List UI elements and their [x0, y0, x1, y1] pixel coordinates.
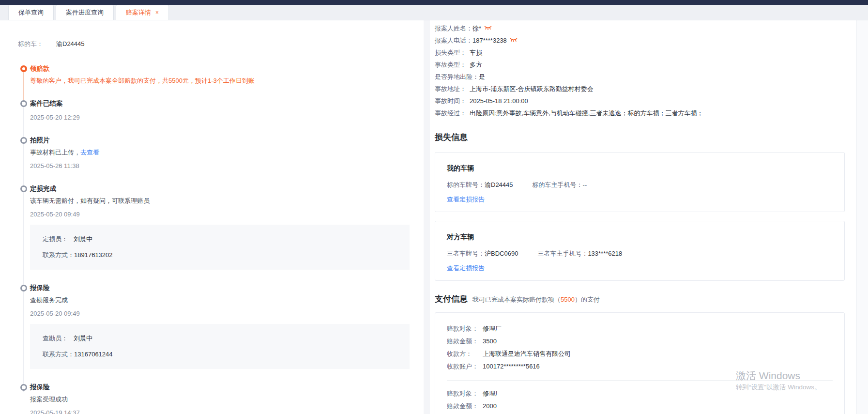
field-label: 赔款对象： [447, 387, 483, 400]
windows-activation-watermark: 激活 Windows 转到“设置”以激活 Windows。 [736, 369, 821, 392]
timeline-time: 2025-05-26 11:38 [30, 162, 424, 170]
section-heading: 损失信息 [435, 132, 468, 143]
payee-row: 收款方： 上海联通星迪汽车销售有限公司 [447, 348, 833, 360]
window-top-bar [0, 0, 868, 5]
card-title: 我的车辆 [447, 163, 833, 173]
timeline-item-report-survey: 报保险 查勘服务完成 2025-05-20 09:49 查勘员： 刘晨中 联系方… [20, 283, 424, 369]
view-materials-link[interactable]: 去查看 [80, 149, 99, 156]
accident-time-row: 事故时间： 2025-05-18 21:00:00 [435, 95, 856, 107]
assessor-name: 刘晨中 [74, 235, 92, 244]
reporter-name-value: 徐* [472, 24, 481, 33]
pay-target-value: 修理厂 [483, 322, 502, 335]
eye-closed-icon[interactable] [510, 37, 518, 44]
accident-type-row: 事故类型： 多方 [435, 59, 856, 71]
tab-policy-query[interactable]: 保单查询 [8, 5, 54, 20]
view-loss-report-link[interactable]: 查看定损报告 [447, 195, 833, 204]
timeline-title: 报保险 [30, 383, 424, 392]
accident-detail-row: 事故经过： 出险原因:意外事故,车辆意外,与机动车碰撞,三者未逃逸；标的方车损；… [435, 107, 856, 119]
reporter-name-row: 报案人姓名： 徐* [435, 22, 856, 34]
my-vehicle-fields: 标的车牌号：渝D24445 标的车主手机号：-- [447, 181, 833, 189]
contact-phone: 13167061244 [74, 350, 113, 359]
other-vehicle-card: 对方车辆 三者车牌号：沪BDC0690 三者车主手机号：133****6218 … [435, 221, 845, 281]
close-icon[interactable]: × [155, 10, 159, 15]
timeline-time: 2025-05-20 09:49 [30, 309, 424, 318]
payment-subtitle-prefix: 我司已完成本案实际赔付款项（ [472, 296, 561, 303]
timeline-desc: 报案受理成功 [30, 395, 424, 404]
field-label: 赔款金额： [447, 400, 483, 413]
my-vehicle-card: 我的车辆 标的车牌号：渝D24445 标的车主手机号：-- 查看定损报告 [435, 152, 845, 212]
accident-address-value: 上海市-浦东新区-合庆镇跃东路勤益村村委会 [470, 85, 594, 93]
accident-time-value: 2025-05-18 21:00:00 [470, 97, 528, 105]
owner-phone-field: 三者车主手机号：133****6218 [537, 249, 622, 258]
other-vehicle-fields: 三者车牌号：沪BDC0690 三者车主手机号：133****6218 [447, 249, 833, 258]
surveyor-label: 查勘员： [43, 334, 74, 343]
timeline-dot [20, 285, 27, 291]
remote-claim-value: 是 [479, 73, 485, 81]
timeline-item-photos: 拍照片 事故材料已上传，去查看 2025-05-26 11:38 [20, 136, 424, 170]
plate-value: 沪BDC0690 [485, 250, 518, 257]
tab-claim-detail[interactable]: 赔案详情 × [116, 5, 169, 20]
tab-label: 保单查询 [18, 8, 44, 17]
loss-type-value: 车损 [470, 48, 482, 57]
tab-label: 赔案详情 [126, 8, 151, 17]
payment-total-amount: 5500 [561, 296, 575, 303]
scrollbar-track[interactable] [856, 20, 868, 414]
field-label: 事故时间： [435, 97, 470, 106]
panel-divider [424, 20, 430, 414]
field-label: 收款账户： [447, 360, 483, 373]
payment-subtitle: 我司已完成本案实际赔付款项（5500）的支付 [472, 294, 600, 306]
timeline-desc-text: 事故材料已上传， [30, 149, 80, 156]
timeline-item-report-accepted: 报保险 报案受理成功 2025-05-19 14:37 [20, 383, 424, 414]
owner-phone-field: 标的车主手机号：-- [533, 181, 587, 189]
timeline-desc: 尊敬的客户，我司已完成本案全部赔款的支付，共5500元，预计1-3个工作日到账 [30, 77, 424, 85]
surveyor-name: 刘晨中 [74, 334, 92, 343]
reporter-phone-value: 187****3238 [472, 37, 507, 44]
payee-value: 上海联通星迪汽车销售有限公司 [483, 348, 571, 360]
eye-closed-icon[interactable] [484, 25, 492, 32]
field-label: 事故类型： [435, 61, 470, 69]
view-loss-report-link[interactable]: 查看定损报告 [447, 264, 833, 273]
section-heading: 支付信息 [435, 293, 468, 305]
timeline-desc: 该车辆无需赔付，如有疑问，可联系理赔员 [30, 197, 424, 205]
timeline-item-loss-assessment-done: 定损完成 该车辆无需赔付，如有疑问，可联系理赔员 2025-05-20 09:4… [20, 184, 424, 270]
surveyor-info-panel: 查勘员： 刘晨中 联系方式： 13167061244 [30, 324, 410, 369]
timeline-dot [20, 137, 27, 144]
payment-subtitle-suffix: ）的支付 [575, 296, 600, 303]
claim-timeline: 领赔款 尊敬的客户，我司已完成本案全部赔款的支付，共5500元，预计1-3个工作… [20, 64, 424, 414]
pay-target-value: 修理厂 [483, 387, 502, 400]
field-label: 报案人姓名： [435, 24, 472, 33]
timeline-dot-active [20, 65, 27, 72]
contact-label: 联系方式： [43, 251, 74, 260]
contact-phone: 18917613202 [74, 251, 113, 260]
timeline-time: 2025-05-20 09:49 [30, 210, 424, 219]
timeline-title: 报保险 [30, 283, 424, 293]
assessor-row: 定损员： 刘晨中 [43, 235, 397, 244]
timeline-title: 领赔款 [30, 64, 424, 74]
field-label: 三者车牌号： [447, 250, 485, 257]
field-label: 报案人电话： [435, 36, 472, 45]
accident-type-value: 多方 [470, 61, 482, 69]
assessor-label: 定损员： [43, 235, 74, 244]
pay-target-row: 赔款对象： 修理厂 [447, 322, 833, 335]
surveyor-row: 查勘员： 刘晨中 [43, 334, 397, 343]
field-label: 是否异地出险： [435, 73, 479, 81]
plate-field: 三者车牌号：沪BDC0690 [447, 249, 518, 258]
plate-value: 渝D24445 [485, 181, 513, 188]
payee-account-value: 100172*********5616 [483, 360, 540, 373]
subject-car-row: 标的车： 渝D24445 [0, 20, 424, 48]
accident-detail-value: 出险原因:意外事故,车辆意外,与机动车碰撞,三者未逃逸；标的方车损；三者方车损； [470, 109, 703, 118]
timeline-item-case-closed: 案件已结案 2025-05-20 12:29 [20, 99, 424, 122]
timeline-desc: 事故材料已上传，去查看 [30, 148, 424, 157]
field-label: 标的车主手机号： [533, 181, 583, 188]
claim-info-panel: 报案人姓名： 徐* 报案人电话： 187****3238 损失类型： 车损 事故… [430, 20, 856, 414]
timeline-title: 拍照片 [30, 136, 424, 145]
timeline-time: 2025-05-19 14:37 [30, 409, 424, 414]
field-label: 事故地址： [435, 85, 470, 93]
accident-address-row: 事故地址： 上海市-浦东新区-合庆镇跃东路勤益村村委会 [435, 83, 856, 95]
contact-label: 联系方式： [43, 350, 74, 359]
contact-row: 联系方式： 18917613202 [43, 251, 397, 260]
pay-amount-value: 3500 [483, 335, 497, 348]
tab-case-progress-query[interactable]: 案件进度查询 [56, 5, 114, 20]
watermark-subtitle: 转到“设置”以激活 Windows。 [736, 383, 821, 392]
owner-phone-value: -- [583, 181, 587, 188]
